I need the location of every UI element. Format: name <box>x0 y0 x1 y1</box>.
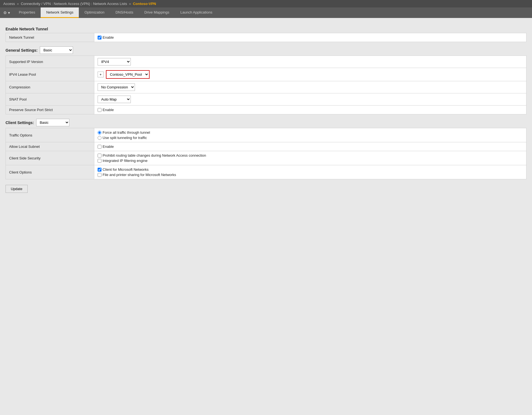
client-options-value: Client for Microsoft Networks File and p… <box>94 165 526 179</box>
ipv4-add-button[interactable]: + <box>98 72 104 77</box>
breadcrumb-path: Connectivity / VPN : Network Access (VPN… <box>21 2 127 6</box>
supported-ip-version-label: Supported IP Version <box>6 56 94 68</box>
ipv4-lease-pool-label: IPV4 Lease Pool <box>6 68 94 81</box>
allow-local-subnet-enable-text: Enable <box>103 145 114 149</box>
allow-local-subnet-checkbox[interactable] <box>98 145 101 149</box>
file-printer-sharing-text: File and printer sharing for Microsoft N… <box>103 173 176 177</box>
preserve-source-port-enable-text: Enable <box>103 108 114 112</box>
table-row: Compression No Compression LZS DEFLATE <box>6 81 526 93</box>
breadcrumb-sep-1: » <box>17 2 19 6</box>
snat-pool-label: SNAT Pool <box>6 93 94 106</box>
tab-properties[interactable]: Properties <box>13 7 41 18</box>
network-tunnel-label: Network Tunnel <box>6 33 94 42</box>
snat-pool-select[interactable]: Auto Map None <box>98 96 131 103</box>
client-settings-dropdown[interactable]: Basic Advanced <box>36 119 69 126</box>
file-printer-sharing-label[interactable]: File and printer sharing for Microsoft N… <box>98 173 523 177</box>
traffic-option-force-radio[interactable] <box>98 131 101 135</box>
preserve-source-port-label: Preserve Source Port Strict <box>6 106 94 114</box>
client-side-security-value: Prohibit routing table changes during Ne… <box>94 151 526 165</box>
table-row: Client Options Client for Microsoft Netw… <box>6 165 526 179</box>
tab-dns-hosts[interactable]: DNS/Hosts <box>110 7 139 18</box>
traffic-option-split-text: Use split tunneling for traffic <box>103 136 147 140</box>
tab-launch-applications[interactable]: Launch Applications <box>175 7 218 18</box>
client-options-group: Client for Microsoft Networks File and p… <box>98 167 523 177</box>
network-tunnel-value: Enable <box>94 33 526 42</box>
traffic-options-value: Force all traffic through tunnel Use spl… <box>94 128 526 142</box>
traffic-options-label: Traffic Options <box>6 128 94 142</box>
breadcrumb-current: Contoso-VPN <box>133 2 156 6</box>
allow-local-subnet-value: Enable <box>94 142 526 151</box>
table-row: Allow Local Subnet Enable <box>6 142 526 151</box>
table-row: SNAT Pool Auto Map None <box>6 93 526 106</box>
traffic-option-split-radio[interactable] <box>98 136 101 140</box>
compression-value: No Compression LZS DEFLATE <box>94 81 526 93</box>
tab-network-settings[interactable]: Network Settings <box>41 7 79 18</box>
tab-drive-mappings[interactable]: Drive Mappings <box>139 7 175 18</box>
traffic-option-force-text: Force all traffic through tunnel <box>103 130 150 135</box>
prohibit-routing-label[interactable]: Prohibit routing table changes during Ne… <box>98 153 523 157</box>
file-printer-sharing-checkbox[interactable] <box>98 173 101 177</box>
ipv4-lease-pool-select[interactable]: Contoso_VPN_Pool Other_Pool <box>107 71 149 78</box>
ipv4-lease-pool-value: + Contoso_VPN_Pool Other_Pool <box>94 68 526 81</box>
ipv4-lease-pool-border: Contoso_VPN_Pool Other_Pool <box>106 70 150 79</box>
client-side-security-label: Client Side Security <box>6 151 94 165</box>
preserve-source-port-checkbox[interactable] <box>98 108 101 112</box>
tab-optimization[interactable]: Optimization <box>79 7 110 18</box>
breadcrumb-access: Access <box>3 2 15 6</box>
breadcrumb-sep-2: » <box>129 2 131 6</box>
prohibit-routing-checkbox[interactable] <box>98 154 101 157</box>
tab-bar: ⚙ ▾ Properties Network Settings Optimiza… <box>0 7 532 18</box>
allow-local-subnet-label: Allow Local Subnet <box>6 142 94 151</box>
client-settings-table: Traffic Options Force all traffic throug… <box>6 128 526 179</box>
client-microsoft-networks-checkbox[interactable] <box>98 168 101 172</box>
preserve-source-port-value: Enable <box>94 106 526 114</box>
traffic-option-force-label[interactable]: Force all traffic through tunnel <box>98 130 523 135</box>
update-button[interactable]: Update <box>6 185 28 193</box>
enable-network-tunnel-table: Network Tunnel Enable <box>6 33 526 42</box>
integrated-ip-filtering-checkbox[interactable] <box>98 159 101 163</box>
traffic-option-split-label[interactable]: Use split tunneling for traffic <box>98 136 523 140</box>
network-tunnel-enable-text: Enable <box>103 35 114 40</box>
network-tunnel-checkbox[interactable] <box>98 36 101 40</box>
client-options-label: Client Options <box>6 165 94 179</box>
compression-select[interactable]: No Compression LZS DEFLATE <box>98 83 135 91</box>
prohibit-routing-text: Prohibit routing table changes during Ne… <box>103 153 206 157</box>
allow-local-subnet-enable-label[interactable]: Enable <box>98 145 523 149</box>
table-row: Traffic Options Force all traffic throug… <box>6 128 526 142</box>
table-row: Preserve Source Port Strict Enable <box>6 106 526 114</box>
compression-label: Compression <box>6 81 94 93</box>
integrated-ip-filtering-label[interactable]: Integrated IP filtering engine <box>98 159 523 163</box>
main-content: Enable Network Tunnel Network Tunnel Ena… <box>0 18 532 197</box>
client-microsoft-networks-label[interactable]: Client for Microsoft Networks <box>98 167 523 172</box>
client-settings-header: Client Settings: Basic Advanced <box>6 119 526 126</box>
table-row: Client Side Security Prohibit routing ta… <box>6 151 526 165</box>
integrated-ip-filtering-text: Integrated IP filtering engine <box>103 159 147 163</box>
snat-pool-value: Auto Map None <box>94 93 526 106</box>
table-row: Network Tunnel Enable <box>6 33 526 42</box>
enable-network-tunnel-header: Enable Network Tunnel <box>6 27 526 31</box>
network-tunnel-enable-label[interactable]: Enable <box>98 35 523 40</box>
general-settings-header: General Settings: Basic Advanced <box>6 46 526 54</box>
table-row: IPV4 Lease Pool + Contoso_VPN_Pool Other… <box>6 68 526 81</box>
preserve-source-port-enable-label[interactable]: Enable <box>98 108 523 112</box>
gear-button[interactable]: ⚙ ▾ <box>0 7 13 18</box>
traffic-options-radio-group: Force all traffic through tunnel Use spl… <box>98 130 523 140</box>
general-settings-table: Supported IP Version IPV4 IPV6 Both IPV4… <box>6 56 526 114</box>
supported-ip-version-select[interactable]: IPV4 IPV6 Both <box>98 58 131 65</box>
table-row: Supported IP Version IPV4 IPV6 Both <box>6 56 526 68</box>
general-settings-dropdown[interactable]: Basic Advanced <box>40 46 73 54</box>
breadcrumb: Access » Connectivity / VPN : Network Ac… <box>0 0 532 7</box>
supported-ip-version-value: IPV4 IPV6 Both <box>94 56 526 68</box>
client-side-security-group: Prohibit routing table changes during Ne… <box>98 153 523 163</box>
client-microsoft-networks-text: Client for Microsoft Networks <box>103 167 148 172</box>
